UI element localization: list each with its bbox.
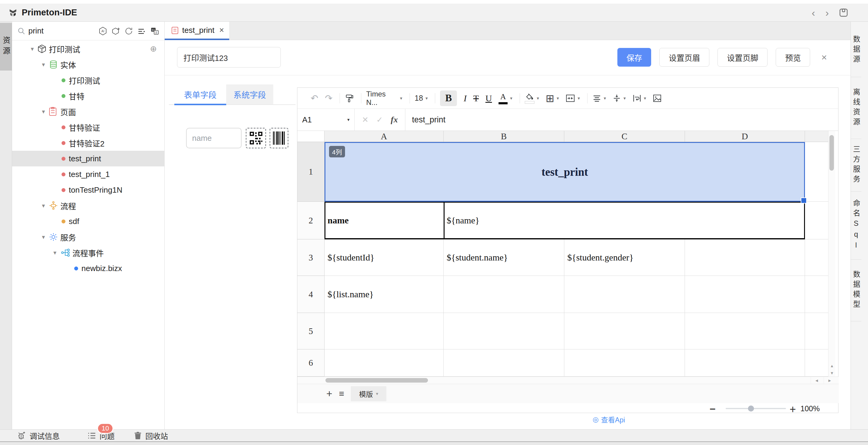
tab-system-fields[interactable]: 系统字段: [226, 85, 273, 104]
selection-resize-handle[interactable]: [801, 197, 807, 203]
tree-item-test_print[interactable]: test_print: [12, 151, 165, 166]
tree-item-newbiz.bizx[interactable]: newbiz.bizx: [12, 260, 165, 276]
tree-item-打印测试[interactable]: ▾打印测试⊕: [12, 41, 165, 57]
strikethrough-button[interactable]: T: [473, 93, 478, 103]
sheet-grid[interactable]: ABCD12name${name}3${studentId}${student.…: [298, 131, 828, 377]
right-strip-item-数据模型[interactable]: 数据模型: [851, 260, 861, 321]
cell-D5[interactable]: [685, 313, 805, 349]
locate-crosshair-icon[interactable]: ⊕: [150, 44, 157, 54]
debug-info-item[interactable]: 调试信息: [18, 430, 60, 441]
ai-assistant-icon[interactable]: AI: [98, 27, 107, 36]
underline-button[interactable]: U: [485, 93, 492, 103]
cell-B5[interactable]: [444, 313, 564, 349]
vertical-scrollbar-thumb[interactable]: [829, 135, 834, 171]
cell-A3[interactable]: ${studentId}: [324, 240, 444, 276]
view-api-link[interactable]: ◎ 查看Api: [593, 414, 625, 424]
row-header-4[interactable]: 4: [298, 276, 324, 313]
tree-item-打印测试[interactable]: 打印测试: [12, 72, 165, 88]
new-module-icon[interactable]: [111, 27, 120, 36]
cell-E5[interactable]: [805, 313, 828, 349]
set-page-footer-button[interactable]: 设置页脚: [717, 48, 768, 67]
zoom-slider-knob[interactable]: [748, 406, 754, 412]
resource-panel-tab[interactable]: 资源: [0, 23, 12, 70]
right-strip-item-离线资源[interactable]: 离线资源: [851, 77, 861, 139]
undo-icon[interactable]: ↶: [311, 94, 318, 103]
formula-value[interactable]: test_print: [405, 115, 445, 125]
field-chip-name[interactable]: name: [186, 128, 242, 148]
tree-item-甘特验证2[interactable]: 甘特验证2: [12, 135, 165, 151]
vertical-align-button[interactable]: ▾: [613, 94, 626, 102]
text-wrap-button[interactable]: ▾: [632, 94, 646, 102]
cell-C5[interactable]: [564, 313, 685, 349]
scroll-up-icon[interactable]: ▲: [829, 362, 835, 369]
save-all-icon[interactable]: [839, 8, 848, 17]
redo-icon[interactable]: ↷: [325, 94, 332, 103]
caret-down-icon[interactable]: ▾: [29, 45, 36, 53]
fill-color-button[interactable]: ▾: [525, 93, 539, 104]
set-page-header-button[interactable]: 设置页眉: [659, 48, 709, 67]
tab-close-icon[interactable]: ×: [219, 26, 224, 35]
zoom-out-icon[interactable]: −: [710, 403, 716, 415]
cell-A6[interactable]: [324, 349, 444, 377]
row-header-1[interactable]: 1: [298, 142, 324, 202]
right-strip-item-命名Sql[interactable]: 命名Sql: [851, 192, 861, 260]
insert-image-button[interactable]: [653, 94, 662, 102]
qrcode-chip[interactable]: [246, 128, 266, 148]
filter-list-icon[interactable]: [137, 27, 146, 36]
merge-cells-button[interactable]: ▾: [565, 94, 580, 103]
horizontal-scrollbar-thumb[interactable]: [326, 378, 428, 383]
selection-merged-A1-D1[interactable]: 4列 test_print: [324, 142, 805, 202]
cell-B3[interactable]: ${student.name}: [444, 240, 564, 276]
cell-D3[interactable]: [685, 240, 805, 276]
tree-item-实体[interactable]: ▾实体: [12, 57, 165, 72]
column-header-D[interactable]: D: [685, 131, 805, 142]
formula-cancel-icon[interactable]: ✕: [362, 115, 369, 125]
font-color-button[interactable]: A▾: [499, 92, 513, 104]
sheet-tab-template[interactable]: 模版▾: [351, 386, 386, 401]
caret-down-icon[interactable]: ▾: [40, 202, 47, 209]
scroll-left-icon[interactable]: ◄: [811, 377, 823, 384]
cell-B6[interactable]: [444, 349, 564, 377]
search-input[interactable]: print: [28, 26, 44, 36]
template-name-input[interactable]: 打印测试123: [177, 47, 281, 67]
font-family-select[interactable]: Times N...▾: [366, 90, 402, 107]
cell-E2[interactable]: [805, 202, 828, 240]
bold-button[interactable]: B: [440, 90, 457, 106]
cell-E4[interactable]: [805, 276, 828, 313]
cell-D6[interactable]: [685, 349, 805, 377]
vertical-scrollbar[interactable]: ▲ ▼: [828, 131, 835, 377]
cell-C4[interactable]: [564, 276, 685, 313]
refresh-icon[interactable]: [124, 27, 133, 36]
tree-item-test_print_1[interactable]: test_print_1: [12, 166, 165, 182]
column-header-E[interactable]: [805, 131, 828, 142]
cell-A2[interactable]: name: [324, 202, 444, 240]
right-strip-item-三方服务[interactable]: 三方服务: [851, 139, 861, 192]
tab-form-fields[interactable]: 表单字段: [174, 85, 226, 104]
cell-E6[interactable]: [805, 349, 828, 377]
zoom-in-icon[interactable]: +: [789, 403, 796, 416]
font-size-select[interactable]: 18▾: [415, 94, 428, 102]
column-header-A[interactable]: A: [324, 131, 444, 142]
borders-button[interactable]: ⊞▾: [546, 93, 559, 103]
cell-name-box[interactable]: A1▾: [298, 109, 355, 131]
translate-icon[interactable]: En文: [150, 27, 159, 36]
row-header-5[interactable]: 5: [298, 313, 324, 349]
fx-icon[interactable]: fx: [391, 115, 398, 125]
caret-down-icon[interactable]: ▾: [40, 108, 47, 115]
nav-back-icon[interactable]: ‹: [812, 7, 815, 18]
recycle-bin-item[interactable]: 回收站: [134, 430, 168, 441]
cell-D4[interactable]: [685, 276, 805, 313]
tree-item-流程[interactable]: ▾流程: [12, 198, 165, 214]
cell-C6[interactable]: [564, 349, 685, 377]
caret-down-icon[interactable]: ▾: [40, 61, 47, 68]
preview-button[interactable]: 预览: [776, 48, 810, 67]
row-header-2[interactable]: 2: [298, 202, 324, 240]
save-button[interactable]: 保存: [617, 48, 651, 67]
barcode-chip[interactable]: [270, 128, 288, 148]
tree-item-服务[interactable]: ▾服务: [12, 229, 165, 245]
add-sheet-icon[interactable]: +: [326, 388, 332, 400]
row-header-6[interactable]: 6: [298, 349, 324, 377]
horizontal-align-button[interactable]: ▾: [592, 94, 606, 102]
tree-item-甘特验证[interactable]: 甘特验证: [12, 119, 165, 135]
column-header-B[interactable]: B: [444, 131, 564, 142]
